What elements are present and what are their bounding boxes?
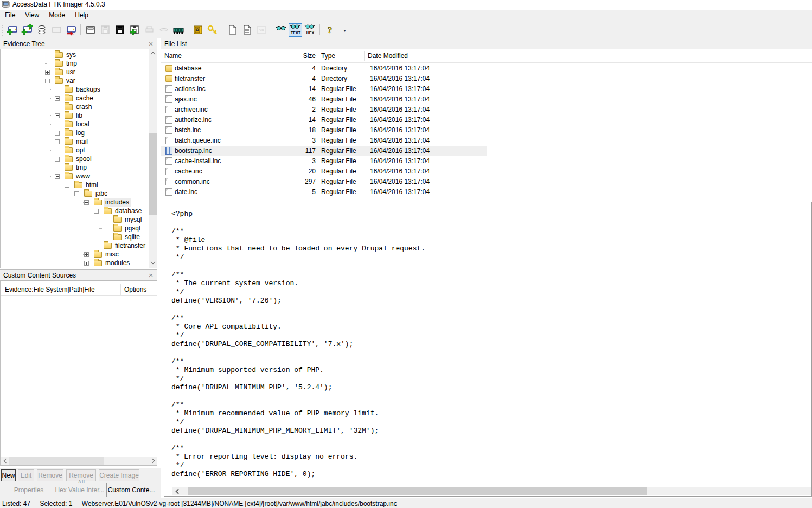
tree-item-label[interactable]: modules	[104, 259, 131, 267]
tree-item-label[interactable]: www	[75, 172, 92, 181]
tree-item-www[interactable]: www	[1, 172, 157, 181]
remove-evidence-item-icon[interactable]	[49, 23, 63, 37]
tree-item-label[interactable]: local	[75, 120, 91, 128]
tree-item-label[interactable]: sqlite	[124, 233, 142, 241]
tree-item-label[interactable]: lib	[75, 112, 84, 120]
print-icon[interactable]	[142, 23, 156, 37]
tree-item-label[interactable]: pgsql	[124, 224, 142, 233]
tree-item-var[interactable]: var	[1, 76, 157, 85]
collapse-icon[interactable]	[94, 209, 99, 214]
tree-item-label[interactable]: tmp	[65, 60, 79, 68]
tree-item-cache[interactable]: cache	[1, 94, 157, 102]
collapse-icon[interactable]	[55, 174, 60, 179]
scrollbar-thumb[interactable]	[188, 487, 647, 495]
tree-item-label[interactable]: database	[114, 207, 143, 215]
scrollbar-thumb[interactable]	[9, 457, 104, 465]
view-hex-icon[interactable]: HEX	[303, 23, 317, 37]
save-image-icon[interactable]	[98, 23, 112, 37]
file-properties-icon[interactable]	[240, 23, 253, 37]
tree-item-label[interactable]: tmp	[75, 164, 88, 172]
viewer-horizontal-scrollbar[interactable]	[172, 487, 811, 495]
tree-item-label[interactable]: html	[85, 181, 100, 189]
evidence-tree-vertical-scrollbar[interactable]	[149, 49, 157, 268]
scrollbar-thumb[interactable]	[149, 133, 157, 215]
file-row-cache.inc[interactable]: cache.inc20Regular File16/04/2016 13:17:…	[161, 166, 487, 177]
evidence-tree-close-icon[interactable]: ✕	[148, 41, 154, 47]
menu-mode[interactable]: Mode	[44, 10, 70, 22]
collapse-icon[interactable]	[84, 200, 89, 205]
tree-item-jabc[interactable]: jabc	[1, 189, 157, 198]
tree-item-log[interactable]: log	[1, 128, 157, 137]
menu-help[interactable]: Help	[70, 10, 93, 22]
export-disk-image-icon[interactable]	[113, 23, 126, 37]
tree-item-opt[interactable]: opt	[1, 146, 157, 155]
scroll-left-icon[interactable]	[176, 489, 181, 494]
tree-item-html[interactable]: html	[1, 181, 157, 189]
tree-item-label[interactable]: mail	[75, 138, 89, 146]
column-header-name[interactable]: Name	[164, 52, 182, 60]
tree-item-sys[interactable]: sys	[1, 50, 157, 59]
tree-item-label[interactable]: log	[75, 129, 86, 137]
tree-item-label[interactable]: crash	[75, 103, 93, 111]
new-button[interactable]: New	[1, 469, 16, 481]
file-row-authorize.inc[interactable]: authorize.inc14Regular File16/04/2016 13…	[161, 115, 487, 125]
create-image-button[interactable]: Create Image	[99, 469, 139, 481]
tree-item-lib[interactable]: lib	[1, 111, 157, 120]
column-separator[interactable]	[272, 51, 272, 61]
file-row-common.inc[interactable]: common.inc297Regular File16/04/2016 13:1…	[161, 177, 487, 187]
collapse-icon[interactable]	[65, 183, 69, 188]
tree-item-pgsql[interactable]: pgsql	[1, 224, 157, 233]
menu-file[interactable]: File	[0, 10, 20, 22]
file-row-date.inc[interactable]: date.inc5Regular File16/04/2016 13:17:04	[161, 187, 487, 197]
tree-item-filetransfer[interactable]: filetransfer	[1, 241, 157, 250]
file-row-archiver.inc[interactable]: archiver.inc2Regular File16/04/2016 13:1…	[161, 105, 487, 115]
tree-item-misc[interactable]: misc	[1, 250, 157, 259]
custom-content-close-icon[interactable]: ✕	[148, 272, 154, 279]
tree-item-tmp[interactable]: tmp	[1, 163, 157, 172]
view-text-icon[interactable]: TEXT	[289, 23, 302, 37]
tree-item-label[interactable]: filetransfer	[114, 242, 147, 250]
expand-icon[interactable]	[55, 96, 60, 101]
expand-icon[interactable]	[84, 252, 89, 257]
expand-icon[interactable]	[55, 131, 60, 136]
add-to-custom-content-icon[interactable]	[127, 23, 141, 37]
file-row-cache-install.inc[interactable]: cache-install.inc3Regular File16/04/2016…	[161, 156, 487, 166]
tree-item-label[interactable]: includes	[104, 198, 131, 207]
view-automatic-icon[interactable]	[274, 23, 287, 37]
file-row-batch.queue.inc[interactable]: batch.queue.inc3Regular File16/04/2016 1…	[161, 136, 487, 146]
tree-item-mail[interactable]: mail	[1, 137, 157, 146]
column-header-evidence[interactable]: Evidence:File System|Path|File	[5, 286, 95, 293]
file-row-actions.inc[interactable]: actions.inc14Regular File16/04/2016 13:1…	[161, 84, 487, 94]
tree-item-label[interactable]: sys	[65, 51, 78, 59]
file-row-batch.inc[interactable]: batch.inc18Regular File16/04/2016 13:17:…	[161, 125, 487, 136]
add-evidence-item-icon[interactable]	[5, 23, 19, 37]
toolbar-overflow-icon[interactable]: ▾	[338, 24, 351, 38]
collapse-icon[interactable]	[45, 79, 50, 83]
tab-custom-conte[interactable]: Custom Conte...	[106, 483, 156, 497]
file-row-filetransfer[interactable]: filetransfer4Directory16/04/2016 13:17:0…	[161, 74, 487, 84]
column-header-type[interactable]: Type	[321, 52, 335, 60]
expand-icon[interactable]	[84, 261, 89, 266]
image-mounting-icon[interactable]	[35, 23, 48, 37]
export-files-icon[interactable]	[157, 23, 170, 37]
tree-item-label[interactable]: mysql	[124, 216, 143, 224]
tree-item-spool[interactable]: spool	[1, 155, 157, 163]
expand-icon[interactable]	[55, 139, 60, 144]
tree-item-sqlite[interactable]: sqlite	[1, 233, 157, 241]
scroll-down-icon[interactable]	[151, 260, 155, 264]
remove-all-evidence-items-icon[interactable]	[64, 23, 78, 37]
help-icon[interactable]: ?	[323, 23, 336, 37]
toolbar-grip[interactable]	[1, 24, 5, 36]
edit-button[interactable]: Edit	[18, 469, 34, 481]
tree-item-label[interactable]: jabc	[94, 190, 109, 198]
column-separator[interactable]	[318, 51, 318, 61]
tree-item-label[interactable]: misc	[104, 250, 120, 259]
add-all-attached-devices-icon[interactable]	[20, 23, 34, 37]
tab-hex-value-inter[interactable]: Hex Value Inter...	[54, 483, 105, 497]
export-directory-listing-icon[interactable]: DIR	[254, 23, 268, 37]
expand-icon[interactable]	[45, 70, 50, 75]
create-disk-image-icon[interactable]	[84, 23, 97, 37]
tree-item-includes[interactable]: includes	[1, 198, 157, 207]
tree-item-label[interactable]: cache	[75, 94, 95, 102]
file-row-ajax.inc[interactable]: ajax.inc46Regular File16/04/2016 13:17:0…	[161, 94, 487, 105]
